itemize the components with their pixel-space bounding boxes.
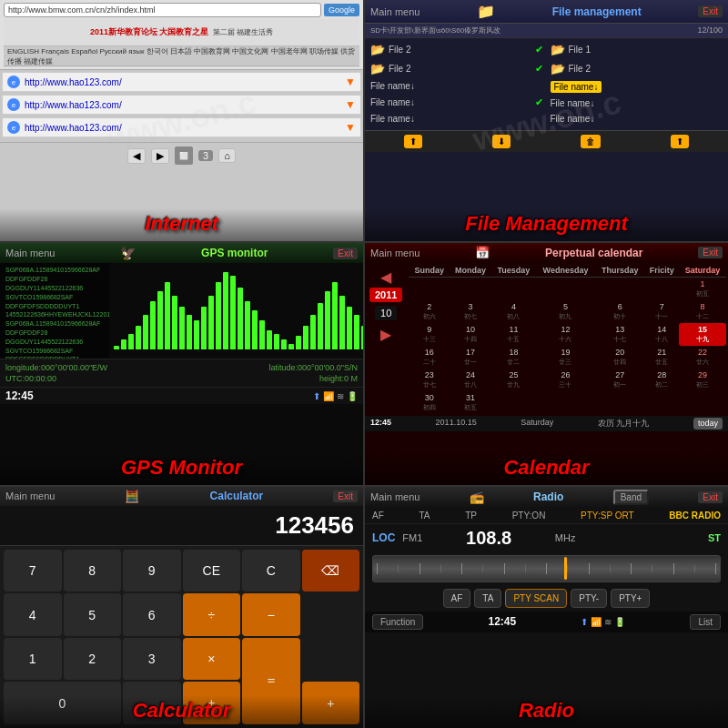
radio-pty-minus-button[interactable]: PTY- — [571, 589, 607, 608]
cal-day[interactable]: 22廿六 — [679, 346, 726, 369]
cal-day[interactable]: 9十三 — [409, 323, 449, 346]
calc-multiply[interactable]: × — [183, 638, 241, 681]
cal-day[interactable]: 3初七 — [450, 300, 491, 323]
cal-day[interactable]: 21廿五 — [644, 346, 679, 369]
file-down-button[interactable]: ⬆ — [671, 135, 689, 148]
calc-2[interactable]: 2 — [64, 638, 122, 681]
file-copy-button[interactable]: ⬇ — [492, 135, 511, 148]
home-button[interactable]: ⌂ — [218, 148, 236, 163]
file-exit-button[interactable]: Exit — [698, 5, 723, 17]
cal-day[interactable]: 24廿八 — [450, 369, 491, 391]
path-text: SD卡\开发部\新界面\s60\S60傣罗斯风改 — [370, 25, 500, 35]
calc-6[interactable]: 6 — [123, 593, 181, 636]
radio-af-button[interactable]: AF — [443, 589, 471, 608]
cal-day[interactable]: 17廿一 — [450, 346, 491, 369]
radio-pty-sp: PTY:SP ORT — [581, 511, 634, 521]
list-item[interactable]: File name↓ — [368, 112, 546, 126]
list-item[interactable]: 📂 File 2 ✔ — [368, 60, 546, 77]
cal-day[interactable]: 23廿七 — [409, 369, 449, 391]
cal-day[interactable]: 19廿三 — [536, 346, 596, 369]
cal-day[interactable]: 1初五 — [679, 278, 726, 301]
search-button[interactable]: Google — [324, 4, 359, 16]
url-input[interactable] — [4, 3, 321, 17]
list-item[interactable]: File name↓ — [368, 79, 546, 93]
list-item[interactable]: 📂 File 2 — [548, 60, 726, 77]
radio-ptyscan-button[interactable]: PTY SCAN — [505, 589, 567, 608]
radio-band-button[interactable]: Band — [613, 490, 649, 505]
cal-day[interactable]: 27初一 — [595, 369, 644, 391]
cal-day[interactable]: 5初九 — [536, 300, 596, 323]
gps-exit-button[interactable]: Exit — [333, 248, 358, 259]
gps-bar — [259, 320, 265, 349]
list-item[interactable]: File name↓ ✔ — [368, 95, 546, 110]
cal-day[interactable]: 11十五 — [491, 323, 536, 346]
list-item[interactable]: File name↓ — [548, 112, 726, 126]
cal-day[interactable]: 14十八 — [644, 323, 679, 346]
radio-function-button[interactable]: Function — [372, 614, 423, 630]
cal-day[interactable]: 20廿四 — [595, 346, 644, 369]
cal-table: Sunday Monday Tuesday Wednesday Thursday… — [409, 264, 726, 414]
radio-exit-button[interactable]: Exit — [698, 491, 723, 503]
calc-minus[interactable]: − — [242, 593, 300, 636]
back-button[interactable]: ◀ — [127, 148, 146, 164]
calc-3[interactable]: 3 — [123, 638, 181, 681]
file-delete-button[interactable]: 🗑 — [581, 135, 601, 148]
radio-list-button[interactable]: List — [690, 614, 721, 630]
cal-day[interactable]: 25廿九 — [491, 369, 536, 391]
cal-next-button[interactable]: ▶ — [380, 322, 391, 343]
today-button[interactable]: today — [693, 418, 723, 430]
dropdown-arrow-3[interactable]: ▼ — [345, 121, 356, 134]
radio-slider[interactable] — [372, 555, 721, 582]
wifi-icon: ≋ — [337, 391, 344, 401]
cal-day[interactable]: 12十六 — [536, 323, 596, 346]
calc-4[interactable]: 4 — [4, 593, 62, 636]
dropdown-arrow-2[interactable]: ▼ — [345, 98, 356, 111]
list-item[interactable]: File name↓ — [548, 96, 726, 110]
calc-exit-button[interactable]: Exit — [333, 490, 358, 502]
cal-day[interactable]: 13十七 — [595, 323, 644, 346]
calc-8[interactable]: 8 — [64, 550, 122, 592]
cal-day[interactable]: 6初十 — [595, 300, 644, 323]
list-item[interactable]: 📂 File 2 ✔ — [368, 41, 546, 58]
cal-day[interactable]: 7十一 — [644, 300, 679, 323]
cal-day[interactable]: 29初三 — [679, 369, 726, 391]
file-up-button[interactable]: ⬆ — [404, 135, 422, 148]
gps-bar — [325, 291, 330, 349]
cal-exit-button[interactable]: Exit — [698, 247, 723, 258]
list-item[interactable]: 📂 File 1 — [548, 41, 726, 58]
cal-day[interactable]: 10十四 — [450, 323, 491, 346]
calc-7[interactable]: 7 — [4, 550, 62, 592]
list-item[interactable]: e http://www.hao123.com/ ▼ — [2, 117, 361, 137]
list-item[interactable]: File name↓ — [548, 79, 726, 95]
cal-day[interactable]: 26三十 — [536, 369, 596, 391]
forward-button[interactable]: ▶ — [151, 148, 169, 164]
calc-9[interactable]: 9 — [123, 550, 181, 592]
list-item[interactable]: e http://www.hao123.com/ ▼ — [2, 95, 361, 115]
calc-1[interactable]: 1 — [4, 638, 62, 681]
prev-arrow-icon[interactable]: ◀ — [380, 268, 391, 286]
cal-day — [536, 278, 596, 301]
cal-day[interactable]: 28初二 — [644, 369, 679, 391]
cal-day[interactable]: 18廿二 — [491, 346, 536, 369]
cal-day[interactable]: 30初四 — [409, 391, 449, 414]
calc-ce[interactable]: CE — [183, 550, 241, 592]
cal-day[interactable]: 8十二 — [679, 300, 726, 323]
radio-mark — [420, 563, 420, 574]
radio-pty-plus-button[interactable]: PTY+ — [611, 589, 650, 608]
dropdown-arrow-1[interactable]: ▼ — [345, 76, 356, 88]
radio-mhz: MHz — [555, 532, 576, 543]
calc-backspace[interactable]: ⌫ — [302, 550, 360, 592]
radio-ta-button[interactable]: TA — [474, 589, 501, 608]
cal-day[interactable]: 16二十 — [409, 346, 449, 369]
calc-divide[interactable]: ÷ — [183, 593, 241, 636]
cal-day[interactable]: 15十九 — [679, 323, 726, 346]
next-arrow-icon[interactable]: ▶ — [380, 326, 391, 343]
calc-5[interactable]: 5 — [64, 593, 122, 636]
cal-day — [644, 278, 679, 301]
cal-day[interactable]: 2初六 — [409, 300, 449, 323]
list-item[interactable]: e http://www.hao123.com/ ▼ — [2, 72, 361, 92]
cal-day[interactable]: 4初八 — [491, 300, 536, 323]
cal-prev-button[interactable]: ◀ — [380, 265, 391, 286]
cal-day[interactable]: 31初五 — [450, 391, 491, 414]
calc-c[interactable]: C — [242, 550, 300, 592]
